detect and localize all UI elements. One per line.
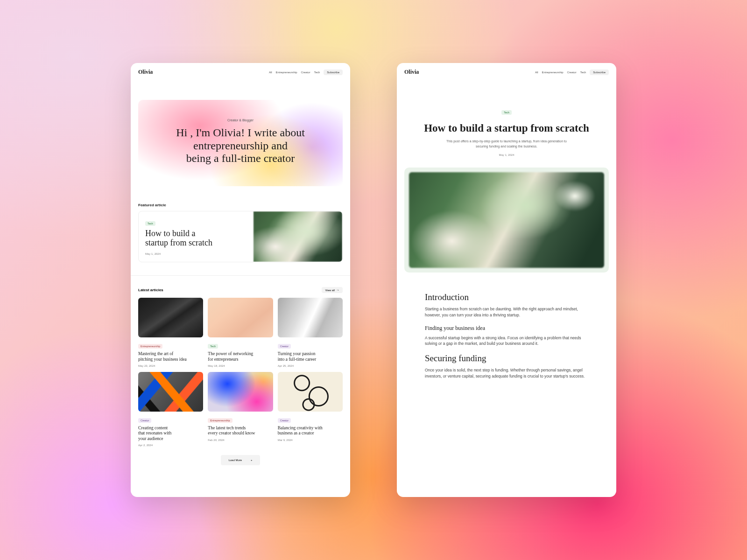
article-date: May 1, 2024: [416, 154, 598, 156]
article-tag: Entrepreneurship: [208, 418, 232, 423]
featured-section-title: Featured article: [131, 194, 350, 211]
article-title: The power of networkingfor entrepreneurs: [208, 351, 273, 362]
article-date: Apr 2, 2024: [138, 444, 203, 447]
subscribe-button[interactable]: Subscribe: [324, 70, 343, 75]
article-card[interactable]: Creator Creating contentthat resonates w…: [138, 372, 203, 447]
heading-introduction: Introduction: [425, 292, 588, 302]
article-title: Turning your passioninto a full-time car…: [278, 351, 343, 362]
heading-funding: Securing funding: [425, 353, 588, 364]
featured-tag: Tech: [145, 221, 155, 226]
hero: Creator & Blogger Hi , I'm Olivia! I wri…: [138, 100, 343, 186]
article-title: Mastering the art ofpitching your busine…: [138, 351, 203, 362]
paragraph: A successful startup begins with a stron…: [425, 335, 588, 347]
header: Olivia All Entrepreneurship Creator Tech…: [397, 63, 616, 81]
plus-icon: +: [247, 457, 256, 463]
article-tag: Creator: [138, 418, 151, 423]
nav-creator[interactable]: Creator: [567, 71, 577, 74]
nav-entrepreneurship[interactable]: Entrepreneurship: [542, 71, 564, 74]
featured-card[interactable]: Tech How to build a startup from scratch…: [138, 211, 343, 262]
featured-date: May 1, 2024: [145, 252, 247, 255]
article-body: Introduction Starting a business from sc…: [397, 273, 616, 393]
hero-title: Hi , I'm Olivia! I write about entrepren…: [150, 126, 331, 165]
article-tag: Entrepreneurship: [138, 344, 162, 349]
nav-all[interactable]: All: [269, 71, 272, 74]
heading-idea: Finding your business idea: [425, 325, 588, 332]
article-hero-image: [409, 172, 604, 268]
article-card[interactable]: Creator Turning your passioninto a full-…: [278, 298, 343, 367]
article-card[interactable]: Entrepreneurship The latest tech trendse…: [208, 372, 273, 447]
article-tag: Tech: [208, 344, 218, 349]
paragraph: Starting a business from scratch can be …: [425, 306, 588, 318]
brand-logo[interactable]: Olivia: [404, 69, 419, 76]
nav-entrepreneurship[interactable]: Entrepreneurship: [276, 71, 297, 74]
article-tag: Tech: [501, 110, 512, 115]
article-excerpt: This post offers a step-by-step guide to…: [441, 139, 572, 149]
subscribe-button[interactable]: Subscribe: [590, 70, 609, 75]
article-card[interactable]: Creator Balancing creativity withbusines…: [278, 372, 343, 447]
article-thumb: [278, 372, 343, 412]
article-date: May 18, 2024: [208, 364, 273, 367]
article-thumb: [278, 298, 343, 337]
article-thumb: [208, 372, 273, 412]
article-panel: Olivia All Entrepreneurship Creator Tech…: [397, 63, 616, 497]
nav-tech[interactable]: Tech: [580, 71, 586, 74]
paragraph: Once your idea is solid, the next step i…: [425, 367, 588, 379]
featured-title: How to build a startup from scratch: [145, 229, 247, 248]
arrow-right-icon: →: [336, 288, 339, 292]
nav-tech[interactable]: Tech: [314, 71, 320, 74]
article-thumb: [138, 372, 203, 412]
featured-image: [254, 211, 342, 262]
hero-eyebrow: Creator & Blogger: [150, 119, 331, 122]
header: Olivia All Entrepreneurship Creator Tech…: [131, 63, 350, 81]
nav-all[interactable]: All: [535, 71, 538, 74]
article-thumb: [138, 298, 203, 337]
article-title: Balancing creativity withbusiness as a c…: [278, 426, 343, 436]
article-title: The latest tech trendsevery creator shou…: [208, 426, 273, 436]
latest-section-title: Latest articles: [138, 288, 163, 292]
article-card[interactable]: Entrepreneurship Mastering the art ofpit…: [138, 298, 203, 367]
article-header: Tech How to build a startup from scratch…: [397, 81, 616, 156]
main-nav: All Entrepreneurship Creator Tech Subscr…: [535, 70, 609, 75]
load-more-button[interactable]: Load More+: [221, 455, 260, 465]
article-grid: Entrepreneurship Mastering the art ofpit…: [131, 298, 350, 447]
article-tag: Creator: [278, 344, 291, 349]
brand-logo[interactable]: Olivia: [138, 69, 153, 76]
article-date: Feb 20, 2024: [208, 439, 273, 441]
homepage-panel: Olivia All Entrepreneurship Creator Tech…: [131, 63, 350, 497]
article-date: Apr 25, 2024: [278, 364, 343, 367]
article-tag: Creator: [278, 418, 291, 423]
main-nav: All Entrepreneurship Creator Tech Subscr…: [269, 70, 343, 75]
article-card[interactable]: Tech The power of networkingfor entrepre…: [208, 298, 273, 367]
article-thumb: [208, 298, 273, 337]
article-title: How to build a startup from scratch: [416, 122, 598, 134]
article-date: Mar 9, 2024: [278, 439, 343, 441]
view-all-button[interactable]: View all→: [322, 287, 343, 293]
article-hero-image-wrap: [404, 168, 609, 273]
article-date: May 23, 2024: [138, 364, 203, 367]
article-title: Creating contentthat resonates withyour …: [138, 426, 203, 441]
nav-creator[interactable]: Creator: [301, 71, 310, 74]
